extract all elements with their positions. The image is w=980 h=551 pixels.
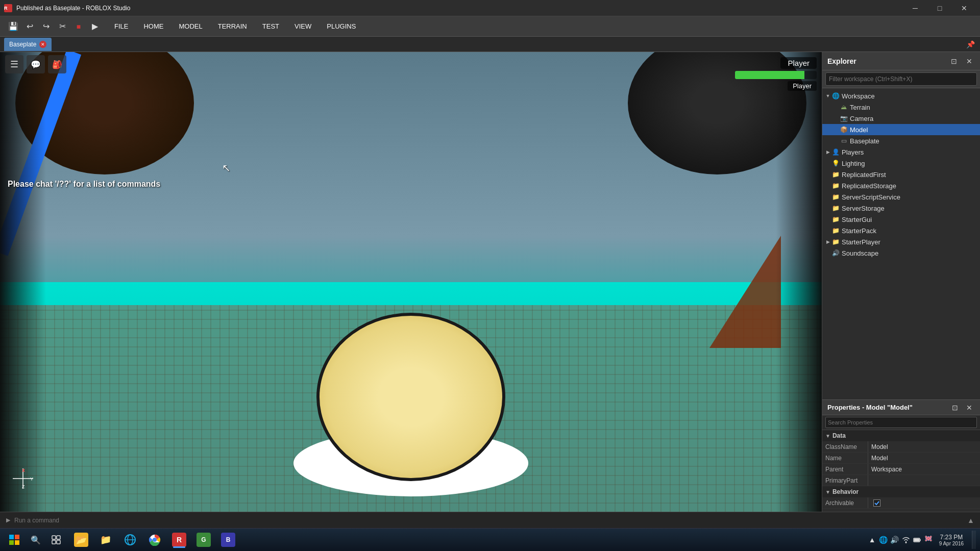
- taskbar-app-chrome[interactable]: [143, 531, 166, 549]
- chrome-icon: [148, 533, 162, 547]
- backpack-btn[interactable]: 🎒: [48, 55, 66, 73]
- filter-wrapper: [822, 70, 980, 88]
- save-icon-btn[interactable]: 💾: [6, 19, 20, 34]
- menu-bar: 💾 ↩ ↪ ✂ ■ ▶ FILE HOME MODEL TERRAIN TEST…: [0, 16, 980, 37]
- clock-area[interactable]: 7:23 PM 9 Apr 2016: [936, 534, 967, 546]
- tree-item-starterpack[interactable]: 📁StarterPack: [822, 225, 980, 236]
- tree-toggle-empty: [824, 216, 831, 223]
- player-label-box: Player: [788, 81, 817, 91]
- tray-arrow-icon[interactable]: ▲: [868, 535, 877, 544]
- menu-home[interactable]: HOME: [136, 20, 170, 32]
- menu-plugins[interactable]: PLUGINS: [320, 20, 363, 32]
- menu-view[interactable]: VIEW: [287, 20, 318, 32]
- stop-icon-btn[interactable]: ■: [71, 19, 86, 34]
- minimize-button[interactable]: ─: [903, 0, 927, 16]
- tree-toggle[interactable]: ▼: [824, 92, 831, 99]
- svg-rect-12: [57, 540, 60, 544]
- search-properties-input[interactable]: [825, 417, 977, 428]
- play-icon-btn[interactable]: ▶: [88, 19, 102, 34]
- props-section-behavior[interactable]: ▼ Behavior: [822, 486, 980, 497]
- taskbar-taskview-btn[interactable]: [47, 531, 65, 549]
- tree-icon-baseplate: ▭: [840, 137, 848, 145]
- tree-item-workspace[interactable]: ▼🌐Workspace: [822, 90, 980, 102]
- speaker-icon[interactable]: 🔊: [890, 535, 899, 544]
- tree-item-players[interactable]: ▶👤Players: [822, 146, 980, 158]
- svg-rect-6: [15, 535, 19, 539]
- taskbar-app-documents[interactable]: 📁: [94, 531, 117, 549]
- tree-view[interactable]: ▼🌐Workspace⛰Terrain📷Camera📦Model▭Basepla…: [822, 88, 980, 399]
- cut-icon-btn[interactable]: ✂: [55, 19, 69, 34]
- tree-icon-camera: 📷: [840, 114, 848, 122]
- start-button[interactable]: [4, 531, 24, 549]
- close-button[interactable]: ✕: [952, 0, 976, 16]
- taskbar-app-explorer[interactable]: 📂: [69, 531, 93, 549]
- search-props-wrapper: [822, 415, 980, 430]
- tree-icon-starterpack: 📁: [831, 227, 840, 235]
- redo-icon-btn[interactable]: ↪: [39, 19, 53, 34]
- tree-label: ServerStorage: [842, 205, 978, 212]
- viewport[interactable]: Player Player Please chat '/??' for a li…: [0, 52, 822, 512]
- tab-pin-btn[interactable]: 📌: [965, 39, 976, 50]
- network-icon[interactable]: [901, 535, 911, 544]
- command-submit-btn[interactable]: ▲: [966, 515, 976, 525]
- tree-item-lighting[interactable]: 💡Lighting: [822, 158, 980, 169]
- health-bar-container: [735, 71, 817, 79]
- menu-test[interactable]: TEST: [255, 20, 286, 32]
- tree-item-replicatedstorage[interactable]: 📁ReplicatedStorage: [822, 180, 980, 191]
- properties-expand-btn[interactable]: ⊡: [949, 402, 961, 413]
- tree-label: StarterGui: [842, 216, 978, 223]
- command-icon: ▶: [4, 516, 12, 524]
- taskbar-app-roblox[interactable]: R: [167, 531, 191, 549]
- show-desktop-btn[interactable]: [972, 531, 976, 549]
- tree-item-model[interactable]: 📦Model: [822, 124, 980, 135]
- brown-triangle-right: [709, 236, 781, 348]
- properties-close-btn[interactable]: ✕: [964, 402, 975, 413]
- tree-toggle[interactable]: ▶: [824, 238, 831, 245]
- tree-item-baseplate[interactable]: ▭Baseplate: [822, 135, 980, 146]
- explorer-close-btn[interactable]: ✕: [964, 56, 975, 67]
- filter-input[interactable]: [825, 72, 977, 86]
- props-row-parent: Parent Workspace: [822, 464, 980, 475]
- tree-item-soundscape[interactable]: 🔊Soundscape: [822, 247, 980, 259]
- tree-item-terrain[interactable]: ⛰Terrain: [822, 102, 980, 113]
- chat-text: Please chat '/??' for a list of commands: [8, 180, 160, 189]
- tree-toggle[interactable]: ▶: [824, 148, 831, 156]
- svg-rect-7: [9, 540, 14, 545]
- tree-item-replicatedfirst[interactable]: 📁ReplicatedFirst: [822, 169, 980, 180]
- chat-btn[interactable]: 💬: [27, 55, 45, 73]
- player-hud: Player Player: [735, 57, 817, 91]
- flag-icon[interactable]: [924, 535, 933, 544]
- tree-item-startergui[interactable]: 📁StarterGui: [822, 214, 980, 225]
- command-input[interactable]: [14, 517, 964, 524]
- taskbar-app-greenfoot[interactable]: G: [192, 531, 215, 549]
- svg-rect-9: [52, 536, 56, 539]
- roblox-icon: R: [172, 533, 186, 547]
- taskbar-app-bluej[interactable]: B: [216, 531, 240, 549]
- tree-item-camera[interactable]: 📷Camera: [822, 113, 980, 124]
- taskbar-search-btn[interactable]: 🔍: [27, 531, 45, 549]
- tree-item-serverstorage[interactable]: 📁ServerStorage: [822, 203, 980, 214]
- tab-baseplate[interactable]: Baseplate ✕: [4, 38, 52, 51]
- menu-toggle-btn[interactable]: ☰: [5, 55, 23, 73]
- character-head: [316, 313, 505, 481]
- menu-model[interactable]: MODEL: [172, 20, 209, 32]
- tab-close-btn[interactable]: ✕: [39, 41, 46, 48]
- tree-item-serverscriptservice[interactable]: 📁ServerScriptService: [822, 191, 980, 203]
- tab-baseplate-label: Baseplate: [9, 41, 36, 48]
- archivable-checkbox[interactable]: [873, 499, 880, 507]
- undo-icon-btn[interactable]: ↩: [22, 19, 37, 34]
- tree-label: Soundscape: [842, 249, 978, 257]
- props-section-data[interactable]: ▼ Data: [822, 430, 980, 441]
- svg-rect-27: [925, 538, 932, 539]
- menu-terrain[interactable]: TERRAIN: [211, 20, 254, 32]
- explorer-expand-btn[interactable]: ⊡: [948, 56, 960, 67]
- tree-icon-terrain: ⛰: [840, 103, 848, 111]
- tree-toggle-empty: [824, 227, 831, 234]
- menu-file[interactable]: FILE: [107, 20, 135, 32]
- taskbar-app-ie[interactable]: [118, 531, 142, 549]
- tree-item-starterplayer[interactable]: ▶📁StarterPlayer: [822, 236, 980, 247]
- battery-icon[interactable]: [913, 535, 922, 544]
- tree-label: ReplicatedStorage: [842, 182, 978, 190]
- globe-icon[interactable]: 🌐: [879, 535, 888, 544]
- maximize-button[interactable]: □: [928, 0, 951, 16]
